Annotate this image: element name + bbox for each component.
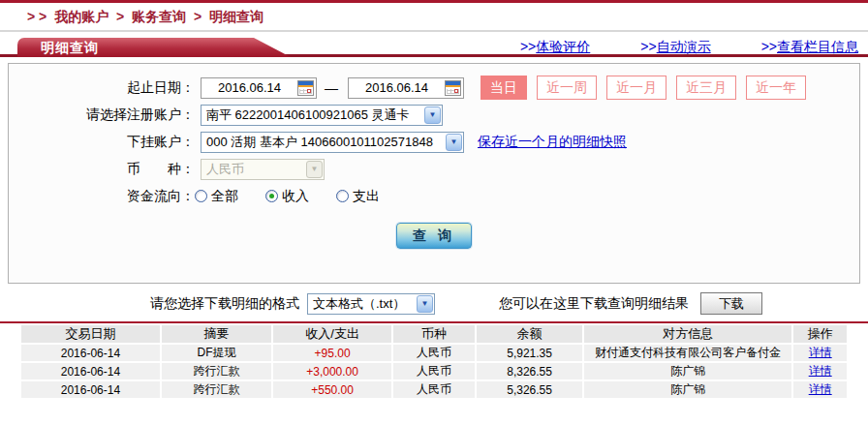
cell-date: 2016-06-14 xyxy=(21,345,160,361)
register-account-select[interactable]: 南平 6222001406100921065 灵通卡 ▼ xyxy=(201,105,443,126)
auto-demo-link[interactable]: >>自动演示 xyxy=(640,39,710,56)
cell-balance: 5,921.35 xyxy=(477,345,582,361)
table-row: 2016-06-14 跨行汇款 +550.00 人民币 5,326.55 陈广锦… xyxy=(21,381,847,398)
calendar-icon[interactable] xyxy=(445,80,461,96)
save-snapshot-link[interactable]: 保存近一个月的明细快照 xyxy=(478,134,627,151)
radio-unchecked-icon[interactable] xyxy=(336,190,349,202)
table-header-row: 交易日期 摘要 收入/支出 币种 余额 对方信息 操作 xyxy=(21,325,847,343)
cell-currency: 人民币 xyxy=(393,363,475,379)
sub-account-label: 下挂账户： xyxy=(9,134,195,151)
date-range-dash: — xyxy=(325,80,338,96)
flow-option-income[interactable]: 收入 xyxy=(265,188,309,205)
flow-direction-row: 资金流向： 全部 收入 支出 xyxy=(9,185,859,207)
cell-currency: 人民币 xyxy=(393,381,475,398)
sub-account-row: 下挂账户： 000 活期 基本户 1406600101102571848 ▼ 保… xyxy=(9,131,859,153)
experience-review-link[interactable]: >>体验评价 xyxy=(520,39,590,56)
currency-row: 币 种： 人民币 ▼ xyxy=(9,158,859,180)
section-header: 明细查询 >>体验评价 >>自动演示 >>查看栏目信息 xyxy=(0,38,868,57)
currency-label: 币 种： xyxy=(9,161,195,178)
breadcrumb-separator: > xyxy=(194,9,202,24)
cell-summary: 跨行汇款 xyxy=(162,381,271,398)
header-counterparty: 对方信息 xyxy=(584,325,791,343)
header-date: 交易日期 xyxy=(21,325,160,343)
cell-balance: 8,326.55 xyxy=(477,363,582,379)
breadcrumb-separator: > xyxy=(116,9,124,24)
query-button[interactable]: 查 询 xyxy=(396,223,472,249)
cell-date: 2016-06-14 xyxy=(21,381,160,398)
dropdown-arrow-icon: ▼ xyxy=(306,161,323,178)
download-format-label: 请您选择下载明细的格式 xyxy=(150,295,299,313)
download-format-select[interactable]: 文本格式（.txt） ▼ xyxy=(307,293,435,315)
header-balance: 余额 xyxy=(477,325,582,343)
cell-counterparty: 陈广锦 xyxy=(584,363,791,379)
header-amount: 收入/支出 xyxy=(273,325,391,343)
cell-amount: +3,000.00 xyxy=(273,363,391,379)
register-account-label: 请选择注册账户： xyxy=(9,106,195,124)
sub-account-select[interactable]: 000 活期 基本户 1406600101102571848 ▼ xyxy=(201,132,464,153)
dropdown-arrow-icon[interactable]: ▼ xyxy=(417,295,433,313)
cell-counterparty: 陈广锦 xyxy=(584,381,791,398)
download-row: 请您选择下载明细的格式 文本格式（.txt） ▼ 您可以在这里下载查询明细结果 … xyxy=(0,292,868,315)
table-row: 2016-06-14 DF提现 +95.00 人民币 5,921.35 财付通支… xyxy=(21,345,847,361)
register-account-value: 南平 6222001406100921065 灵通卡 xyxy=(202,106,423,124)
breadcrumb-prefix: > > xyxy=(27,9,46,24)
quick-range-today-button[interactable]: 当日 xyxy=(480,76,527,100)
start-date-value[interactable]: 2016.06.14 xyxy=(202,80,297,95)
breadcrumb-item-account-query[interactable]: 账务查询 xyxy=(132,9,186,24)
quick-range-year-button[interactable]: 近一年 xyxy=(746,76,806,100)
cell-summary: 跨行汇款 xyxy=(162,363,271,379)
detail-link[interactable]: 详情 xyxy=(809,382,832,396)
detail-link[interactable]: 详情 xyxy=(809,346,832,359)
divider xyxy=(0,30,868,32)
quick-range-buttons: 当日 近一周 近一月 近三月 近一年 xyxy=(480,76,806,100)
sub-account-value: 000 活期 基本户 1406600101102571848 xyxy=(202,134,445,151)
flow-option-all[interactable]: 全部 xyxy=(195,188,238,205)
register-account-row: 请选择注册账户： 南平 6222001406100921065 灵通卡 ▼ xyxy=(9,104,859,126)
cell-summary: DF提现 xyxy=(162,345,271,361)
flow-direction-label: 资金流向： xyxy=(9,188,195,205)
cell-balance: 5,326.55 xyxy=(477,381,582,398)
radio-checked-icon[interactable] xyxy=(265,190,278,202)
download-button[interactable]: 下载 xyxy=(700,292,762,315)
cell-currency: 人民币 xyxy=(393,345,475,361)
currency-value: 人民币 xyxy=(202,161,305,178)
start-date-field[interactable]: 2016.06.14 xyxy=(201,77,317,99)
flow-option-income-label: 收入 xyxy=(282,188,309,205)
transaction-table: 交易日期 摘要 收入/支出 币种 余额 对方信息 操作 2016-06-14 D… xyxy=(19,323,849,400)
flow-option-all-label: 全部 xyxy=(211,188,238,205)
table-row: 2016-06-14 跨行汇款 +3,000.00 人民币 8,326.55 陈… xyxy=(21,363,847,379)
radio-unchecked-icon[interactable] xyxy=(195,190,207,202)
date-range-row: 起止日期： 2016.06.14 — 2016.06.14 当日 近一周 近一月… xyxy=(9,76,859,99)
cell-date: 2016-06-14 xyxy=(21,363,160,379)
header-links: >>体验评价 >>自动演示 >>查看栏目信息 xyxy=(520,39,858,56)
download-format-value: 文本格式（.txt） xyxy=(308,295,416,313)
header-action: 操作 xyxy=(793,325,847,343)
cell-amount: +95.00 xyxy=(273,345,391,361)
cell-counterparty: 财付通支付科技有限公司客户备付金 xyxy=(584,345,791,361)
calendar-icon[interactable] xyxy=(297,80,314,96)
dropdown-arrow-icon[interactable]: ▼ xyxy=(446,134,462,151)
header-currency: 币种 xyxy=(393,325,475,343)
quick-range-quarter-button[interactable]: 近三月 xyxy=(676,76,736,100)
cell-amount: +550.00 xyxy=(273,381,391,398)
dropdown-arrow-icon[interactable]: ▼ xyxy=(424,106,441,124)
quick-range-week-button[interactable]: 近一周 xyxy=(537,76,597,100)
currency-select-disabled: 人民币 ▼ xyxy=(201,159,325,180)
download-hint: 您可以在这里下载查询明细结果 xyxy=(499,295,689,313)
page-title: 明细查询 xyxy=(17,38,291,57)
date-range-label: 起止日期： xyxy=(9,79,195,97)
breadcrumb-item-detail-query[interactable]: 明细查询 xyxy=(209,9,264,24)
query-button-row: 查 询 xyxy=(9,223,859,249)
breadcrumb: > > 我的账户 > 账务查询 > 明细查询 xyxy=(0,3,868,30)
detail-link[interactable]: 详情 xyxy=(809,364,832,378)
flow-option-expense-label: 支出 xyxy=(353,188,380,205)
header-summary: 摘要 xyxy=(162,325,271,343)
column-info-link[interactable]: >>查看栏目信息 xyxy=(761,39,858,56)
end-date-field[interactable]: 2016.06.14 xyxy=(348,77,464,99)
end-date-value[interactable]: 2016.06.14 xyxy=(349,80,445,95)
quick-range-month-button[interactable]: 近一月 xyxy=(606,76,666,100)
query-form-panel: 起止日期： 2016.06.14 — 2016.06.14 当日 近一周 近一月… xyxy=(8,63,860,284)
breadcrumb-item-my-account[interactable]: 我的账户 xyxy=(54,9,108,24)
flow-option-expense[interactable]: 支出 xyxy=(336,188,380,205)
